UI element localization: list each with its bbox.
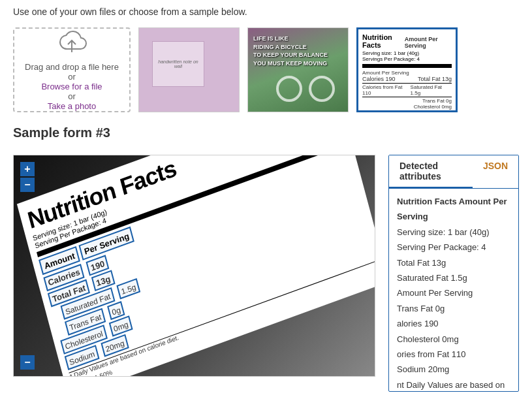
zoom-controls: + − [20,162,35,192]
detected-item: Cholesterol 0mg [397,332,510,347]
detected-item: Trans Fat 0g [397,301,510,316]
detected-item: Nutrition Facts Amount Per Serving [397,194,510,225]
detected-item: Serving Per Package: 4 [397,240,510,255]
page-instruction: Use one of your own files or choose from… [13,7,519,17]
detected-item: nt Daily Values are based on [397,377,510,391]
section-title: Sample form #3 [13,125,110,140]
tab-detected[interactable]: Detected attributes [389,155,473,188]
zoom-out-bottom-button[interactable]: − [20,355,35,370]
detected-content: Nutrition Facts Amount Per ServingServin… [389,189,518,391]
detected-item: Serving size: 1 bar (40g) [397,225,510,240]
form-image-container: + − Nutrition Facts Amount Per Serving S… [13,155,375,377]
upload-box[interactable]: Drag and drop a file here or Browse for … [13,27,131,112]
detected-panel: Detected attributes JSON Nutrition Facts… [388,155,519,392]
detected-item: Sodium 20mg [397,362,510,377]
sample-images-row: Drag and drop a file here or Browse for … [13,27,519,112]
detected-item: Saturated Fat 1.5g [397,270,510,285]
or-text-1: or [68,72,76,82]
form-image-panel: + − Nutrition Facts Amount Per Serving S… [13,155,375,392]
nutrition-label-angled: Nutrition Facts Amount Per Serving Servi… [17,155,375,376]
detected-item: alories 190 [397,316,510,331]
zoom-in-button[interactable]: + [20,162,35,176]
detected-item: ories from Fat 110 [397,347,510,362]
tab-json[interactable]: JSON [473,155,518,188]
nutrition-image: Nutrition Facts Amount Per Serving Servi… [14,155,375,376]
sample-thumb-2[interactable]: LIFE IS LIKERIDING A BICYCLETO KEEP YOUR… [247,27,349,112]
detected-item: Total Fat 13g [397,255,510,270]
main-content: + − Nutrition Facts Amount Per Serving S… [13,155,519,392]
thumb-bike-text: LIFE IS LIKERIDING A BICYCLETO KEEP YOUR… [253,35,328,67]
sample-thumb-3[interactable]: Nutrition Facts Amount Per Serving Servi… [356,27,458,112]
browse-link[interactable]: Browse for a file [41,82,102,91]
thumb-nutrition-sub: Serving size: 1 bar (40g)Servings Per Pa… [362,50,452,62]
sample-thumb-1[interactable]: handwritten note on wall [138,27,240,112]
take-photo-link[interactable]: Take a photo [48,101,96,111]
thumb-note-inner: handwritten note on wall [152,41,204,87]
detected-tabs: Detected attributes JSON [389,155,518,189]
or-text-2: or [68,91,76,101]
detected-item: Amount Per Serving [397,285,510,300]
zoom-out-button[interactable]: − [20,178,35,192]
drag-drop-text: Drag and drop a file here [25,62,119,72]
upload-icon [56,29,87,58]
thumb-nutrition-title: Nutrition Facts [362,33,405,49]
